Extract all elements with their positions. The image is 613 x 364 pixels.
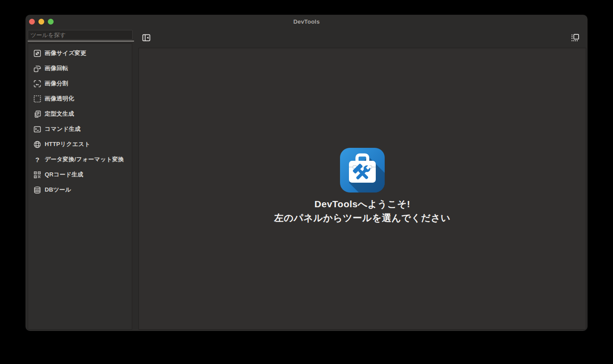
sidebar-item-command-generate[interactable]: コマンド生成 (28, 121, 132, 137)
dashed-square-icon (34, 95, 41, 103)
sidebar-toggle-icon (142, 33, 151, 42)
sidebar-item-label: 画像分割 (45, 79, 68, 88)
app-window: DevTools 画像サイズ変更 (25, 15, 588, 331)
sidebar-item-data-convert[interactable]: ? データ変換/フォーマット変換 (28, 152, 132, 167)
window-title: DevTools (25, 15, 588, 29)
welcome-block: DevToolsへようこそ! 左のパネルからツールを選んでください (274, 148, 450, 225)
toggle-sidebar-button[interactable] (141, 33, 151, 42)
sidebar-item-image-rotate[interactable]: 画像回転 (28, 61, 132, 76)
sidebar-item-label: HTTPリクエスト (45, 140, 90, 148)
tool-list: 画像サイズ変更 画像回転 (28, 43, 132, 330)
rotate-icon (34, 65, 41, 72)
welcome-title: DevToolsへようこそ! (315, 197, 410, 211)
sidebar-item-db-tools[interactable]: DBツール (28, 182, 132, 197)
main-area: DevToolsへようこそ! 左のパネルからツールを選んでください (134, 29, 588, 331)
sidebar-item-image-split[interactable]: 画像分割 (28, 76, 132, 91)
titlebar[interactable]: DevTools (25, 15, 588, 29)
resize-icon (34, 50, 41, 57)
qr-code-icon (34, 171, 41, 179)
welcome-subtitle: 左のパネルからツールを選んでください (274, 211, 450, 225)
sidebar-item-template-text[interactable]: 定型文生成 (28, 106, 132, 121)
sidebar-item-image-transparency[interactable]: 画像透明化 (28, 91, 132, 106)
database-icon (34, 186, 41, 194)
terminal-icon (34, 126, 41, 133)
viewport-size-button[interactable] (570, 33, 580, 42)
content-panel: DevToolsへようこそ! 左のパネルからツールを選んでください (139, 48, 586, 330)
sidebar-item-qr-generate[interactable]: QRコード生成 (28, 167, 132, 182)
sidebar-item-http-request[interactable]: HTTPリクエスト (28, 137, 132, 152)
globe-icon (34, 141, 41, 148)
sidebar: 画像サイズ変更 画像回転 (25, 29, 134, 331)
search-divider (28, 41, 134, 42)
documents-icon (34, 110, 41, 118)
sidebar-item-label: QRコード生成 (45, 171, 84, 179)
crop-split-icon (34, 80, 41, 88)
sidebar-item-image-resize[interactable]: 画像サイズ変更 (28, 46, 132, 61)
sidebar-item-label: 画像回転 (45, 64, 68, 72)
sidebar-item-label: DBツール (45, 186, 71, 194)
sidebar-item-label: 画像サイズ変更 (45, 49, 86, 57)
square-dotted-icon (571, 33, 579, 42)
devtools-app-icon (340, 148, 385, 192)
sidebar-item-label: データ変換/フォーマット変換 (45, 155, 124, 163)
search-input[interactable] (28, 30, 133, 40)
sidebar-item-label: 画像透明化 (45, 95, 74, 103)
sidebar-item-label: 定型文生成 (45, 110, 74, 118)
sidebar-item-label: コマンド生成 (45, 125, 80, 133)
question-icon: ? (34, 156, 41, 163)
